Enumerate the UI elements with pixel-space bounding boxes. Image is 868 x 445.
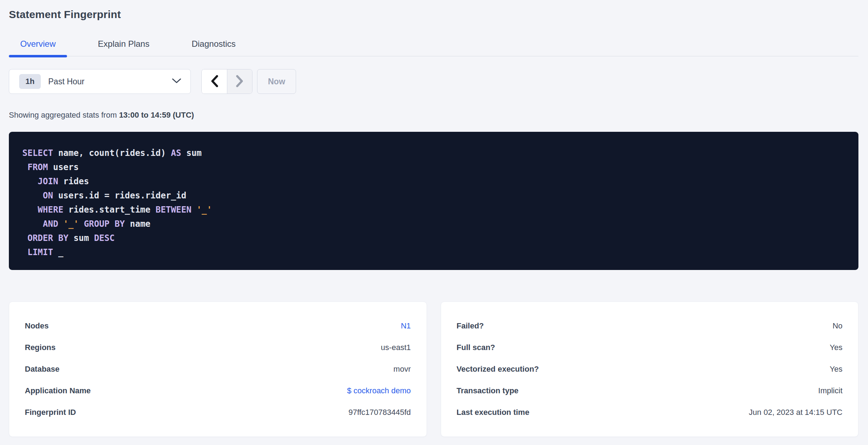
info-label: Transaction type (457, 386, 519, 395)
tab-overview-label: Overview (20, 39, 56, 49)
info-row: Databasemovr (25, 358, 411, 380)
page-title: Statement Fingerprint (9, 8, 858, 21)
info-value: No (833, 321, 842, 331)
time-range-badge: 1h (19, 74, 41, 89)
tab-explain-plans-label: Explain Plans (98, 39, 149, 49)
info-row: Vectorized execution?Yes (457, 358, 843, 380)
tab-diagnostics[interactable]: Diagnostics (180, 33, 247, 56)
info-row: Application Name$ cockroach demo (25, 380, 411, 401)
time-range-select[interactable]: 1h Past Hour (9, 69, 191, 94)
info-row: Full scan?Yes (457, 337, 843, 358)
info-label: Fingerprint ID (25, 408, 76, 417)
info-row: Fingerprint ID97ffc170783445fd (25, 401, 411, 423)
tab-overview[interactable]: Overview (9, 33, 67, 56)
info-row: NodesN1 (25, 315, 411, 337)
now-button[interactable]: Now (257, 69, 296, 94)
info-row: Last execution timeJun 02, 2023 at 14:15… (457, 401, 843, 423)
info-label: Regions (25, 343, 56, 352)
info-value: Implicit (818, 386, 842, 395)
info-row: Regionsus-east1 (25, 337, 411, 358)
aggregated-stats-text: Showing aggregated stats from 13:00 to 1… (9, 110, 858, 120)
info-value: Jun 02, 2023 at 14:15 UTC (749, 408, 842, 417)
info-value-link[interactable]: N1 (401, 321, 411, 331)
tab-diagnostics-label: Diagnostics (191, 39, 235, 49)
next-interval-button[interactable] (227, 69, 252, 94)
info-row: Failed?No (457, 315, 843, 337)
info-value: movr (394, 365, 411, 374)
summary-cards: NodesN1Regionsus-east1DatabasemovrApplic… (9, 302, 858, 437)
info-label: Last execution time (457, 408, 529, 417)
tab-explain-plans[interactable]: Explain Plans (87, 33, 161, 56)
tab-bar: Overview Explain Plans Diagnostics (9, 33, 858, 56)
time-range-label: Past Hour (48, 77, 84, 86)
statement-details-card: NodesN1Regionsus-east1DatabasemovrApplic… (9, 302, 427, 437)
statement-fingerprint-page: Statement Fingerprint Overview Explain P… (0, 0, 868, 437)
info-label: Application Name (25, 386, 91, 395)
sql-statement: SELECT name, count(rides.id) AS sum FROM… (22, 146, 844, 259)
info-label: Nodes (25, 321, 49, 331)
info-value: Yes (830, 365, 842, 374)
aggregated-stats-range: 13:00 to 14:59 (UTC) (119, 111, 194, 119)
info-row: Transaction typeImplicit (457, 380, 843, 401)
execution-attributes-card: Failed?NoFull scan?YesVectorized executi… (441, 302, 859, 437)
info-label: Failed? (457, 321, 484, 331)
info-label: Vectorized execution? (457, 365, 539, 374)
info-label: Full scan? (457, 343, 495, 352)
chevron-left-icon (211, 75, 218, 88)
info-value: 97ffc170783445fd (349, 408, 411, 417)
chevron-right-icon (236, 75, 244, 88)
previous-interval-button[interactable] (202, 69, 227, 94)
info-value: Yes (830, 343, 842, 352)
info-label: Database (25, 365, 60, 374)
aggregated-stats-prefix: Showing aggregated stats from (9, 111, 119, 119)
info-value-link[interactable]: $ cockroach demo (347, 386, 411, 395)
info-value: us-east1 (381, 343, 411, 352)
sql-statement-box: SELECT name, count(rides.id) AS sum FROM… (9, 132, 858, 270)
time-controls-row: 1h Past Hour (9, 69, 858, 94)
time-step-button-group (201, 69, 252, 94)
chevron-down-icon (172, 78, 181, 85)
